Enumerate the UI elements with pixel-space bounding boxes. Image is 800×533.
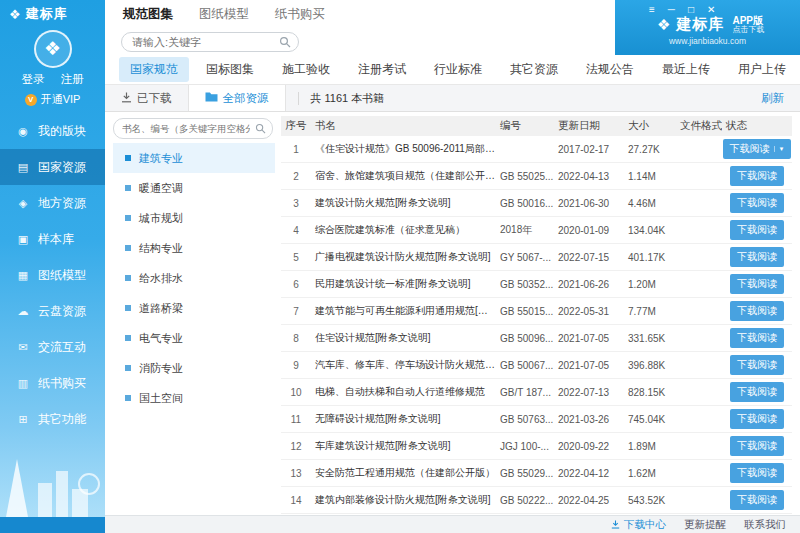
contact-us-link[interactable]: 联系我们 — [744, 518, 786, 532]
category-item[interactable]: 建筑专业 — [113, 143, 275, 173]
app-logo-icon: ❖ — [657, 16, 670, 34]
menu-icon[interactable]: ≡ — [649, 4, 655, 15]
book-title[interactable]: 住宅设计规范[附条文说明] — [311, 331, 496, 345]
download-center-link[interactable]: 下载中心 — [611, 518, 666, 532]
book-title[interactable]: 电梯、自动扶梯和自动人行道维修规范 — [311, 385, 496, 399]
category-item[interactable]: 结构专业 — [113, 233, 275, 263]
sidebar-item-other-functions[interactable]: ⊞其它功能 — [0, 401, 105, 437]
table-row[interactable]: 6民用建筑设计统一标准[附条文说明]GB 50352...2021-06-261… — [281, 271, 792, 298]
minimize-icon[interactable]: ─ — [668, 4, 675, 15]
table-row[interactable]: 4综合医院建筑标准（征求意见稿）2018年2020-01-09134.04K下载… — [281, 217, 792, 244]
sidebar-item-label: 纸书购买 — [38, 375, 86, 392]
table-row[interactable]: 14建筑内部装修设计防火规范[附条文说明]GB 50222...2022-04-… — [281, 487, 792, 514]
download-read-button[interactable]: 下载阅读 — [730, 166, 784, 186]
table-row[interactable]: 10电梯、自动扶梯和自动人行道维修规范GB/T 187...2022-07-13… — [281, 379, 792, 406]
category-item[interactable]: 城市规划 — [113, 203, 275, 233]
top-tab[interactable]: 规范图集 — [123, 6, 173, 23]
category-item[interactable]: 暖通空调 — [113, 173, 275, 203]
table-row[interactable]: 5广播电视建筑设计防火规范[附条文说明]GY 5067-...2022-07-1… — [281, 244, 792, 271]
book-title[interactable]: 汽车库、修车库、停车场设计防火规范[附条文说明] — [311, 358, 496, 372]
register-link[interactable]: 注册 — [61, 72, 84, 87]
table-row[interactable]: 12车库建筑设计规范[附条文说明]JGJ 100-...2020-09-221.… — [281, 433, 792, 460]
book-title[interactable]: 广播电视建筑设计防火规范[附条文说明] — [311, 250, 496, 264]
row-number: 6 — [281, 279, 311, 290]
login-link[interactable]: 登录 — [22, 72, 45, 87]
chevron-down-icon[interactable]: ▼ — [774, 146, 785, 152]
book-title[interactable]: 宿舍、旅馆建筑项目规范（住建部公开版） — [311, 169, 496, 183]
category-label: 建筑专业 — [139, 151, 183, 166]
sidebar-item-sample-library[interactable]: ▣样本库 — [0, 221, 105, 257]
sidebar-item-local-resources[interactable]: ◈地方资源 — [0, 185, 105, 221]
update-reminder-link[interactable]: 更新提醒 — [684, 518, 726, 532]
sidebar-item-community[interactable]: ✉交流互动 — [0, 329, 105, 365]
download-read-button[interactable]: 下载阅读 — [730, 328, 784, 348]
category-item[interactable]: 消防专业 — [113, 353, 275, 383]
sidebar-item-paper-books[interactable]: ▥纸书购买 — [0, 365, 105, 401]
category-item[interactable]: 电气专业 — [113, 323, 275, 353]
book-title[interactable]: 综合医院建筑标准（征求意见稿） — [311, 223, 496, 237]
download-read-button[interactable]: 下载阅读 — [730, 436, 784, 456]
book-title[interactable]: 《住宅设计规范》GB 50096-2011局部修订条文及说... — [311, 142, 496, 156]
keyword-search-input[interactable] — [121, 32, 299, 52]
book-title[interactable]: 安全防范工程通用规范（住建部公开版） — [311, 466, 496, 480]
nav-tab[interactable]: 注册考试 — [347, 57, 417, 82]
app-window: ❖ 建标库 ❖ 登录 注册 V 开通VIP ◉我的版块▤国家资源◈地方资源▣样本… — [0, 0, 800, 533]
book-title[interactable]: 无障碍设计规范[附条文说明] — [311, 412, 496, 426]
top-tab[interactable]: 图纸模型 — [199, 6, 249, 23]
table-row[interactable]: 7建筑节能与可再生能源利用通用规范[附条文说明]GB 55015...2022-… — [281, 298, 792, 325]
book-title[interactable]: 民用建筑设计统一标准[附条文说明] — [311, 277, 496, 291]
vip-button[interactable]: V 开通VIP — [0, 92, 105, 107]
table-row[interactable]: 3建筑设计防火规范[附条文说明]GB 50016...2021-06-304.4… — [281, 190, 792, 217]
book-title[interactable]: 建筑设计防火规范[附条文说明] — [311, 196, 496, 210]
nav-tab[interactable]: 最近上传 — [651, 57, 721, 82]
download-read-button[interactable]: 下载阅读 — [730, 247, 784, 267]
download-read-button[interactable]: 下载阅读 — [730, 220, 784, 240]
app-brand-row[interactable]: ❖ 建标库 APP版 点击下载 — [615, 15, 800, 35]
nav-tab[interactable]: 施工验收 — [271, 57, 341, 82]
download-read-button[interactable]: 下载阅读 — [730, 409, 784, 429]
sidebar-item-national-resources[interactable]: ▤国家资源 — [0, 149, 105, 185]
ferris-wheel-illustration — [78, 473, 100, 495]
user-avatar[interactable]: ❖ — [34, 30, 72, 68]
sidebar-item-drawing-models[interactable]: ▦图纸模型 — [0, 257, 105, 293]
nav-tab[interactable]: 用户上传 — [727, 57, 797, 82]
nav-tab[interactable]: 国家规范 — [119, 57, 189, 82]
search-icon[interactable] — [255, 123, 266, 137]
category-item[interactable]: 给水排水 — [113, 263, 275, 293]
download-read-button[interactable]: 下载阅读 — [730, 382, 784, 402]
download-read-button[interactable]: 下载阅读 — [730, 463, 784, 483]
all-resources-tab[interactable]: 全部资源 — [188, 85, 286, 111]
download-read-button[interactable]: 下载阅读 — [730, 274, 784, 294]
sidebar-item-my-section[interactable]: ◉我的版块 — [0, 113, 105, 149]
nav-tab[interactable]: 法规公告 — [575, 57, 645, 82]
download-read-button[interactable]: 下载阅读 — [730, 355, 784, 375]
nav-tab[interactable]: 国标图集 — [195, 57, 265, 82]
table-row[interactable]: 1《住宅设计规范》GB 50096-2011局部修订条文及说...2017-02… — [281, 136, 792, 163]
book-title[interactable]: 建筑节能与可再生能源利用通用规范[附条文说明] — [311, 304, 496, 318]
top-tab[interactable]: 纸书购买 — [275, 6, 325, 23]
close-icon[interactable]: ✕ — [707, 4, 715, 15]
book-title[interactable]: 建筑内部装修设计防火规范[附条文说明] — [311, 493, 496, 507]
category-item[interactable]: 道路桥梁 — [113, 293, 275, 323]
nav-tab[interactable]: 其它资源 — [499, 57, 569, 82]
downloaded-tab[interactable]: 已下载 — [105, 85, 188, 111]
download-read-button[interactable]: 下载阅读 — [730, 490, 784, 510]
sidebar-item-cloud-resources[interactable]: ☁云盘资源 — [0, 293, 105, 329]
book-code: GB 50067... — [496, 360, 554, 371]
nav-tab[interactable]: 行业标准 — [423, 57, 493, 82]
search-icon[interactable] — [279, 36, 291, 51]
table-row[interactable]: 11无障碍设计规范[附条文说明]GB 50763...2021-03-26745… — [281, 406, 792, 433]
download-read-button[interactable]: 下载阅读 — [730, 193, 784, 213]
category-item[interactable]: 国土空间 — [113, 383, 275, 413]
category-search-input[interactable] — [113, 118, 273, 139]
table-row[interactable]: 13安全防范工程通用规范（住建部公开版）GB 55029...2022-04-1… — [281, 460, 792, 487]
table-row[interactable]: 2宿舍、旅馆建筑项目规范（住建部公开版）GB 55025...2022-04-1… — [281, 163, 792, 190]
building-illustration — [56, 471, 68, 517]
maximize-icon[interactable]: □ — [688, 4, 694, 15]
refresh-button[interactable]: 刷新 — [761, 91, 800, 106]
table-row[interactable]: 9汽车库、修车库、停车场设计防火规范[附条文说明]GB 50067...2021… — [281, 352, 792, 379]
table-row[interactable]: 8住宅设计规范[附条文说明]GB 50096...2021-07-05331.6… — [281, 325, 792, 352]
download-read-button[interactable]: 下载阅读 — [730, 301, 784, 321]
download-read-button[interactable]: 下载阅读▼ — [723, 139, 792, 159]
book-title[interactable]: 车库建筑设计规范[附条文说明] — [311, 439, 496, 453]
